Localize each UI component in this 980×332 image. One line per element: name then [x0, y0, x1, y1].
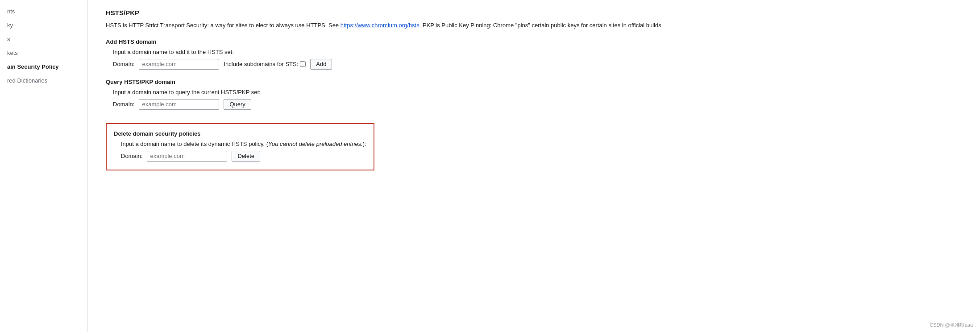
- query-hsts-description: Input a domain name to query the current…: [106, 89, 962, 95]
- query-button[interactable]: Query: [224, 99, 251, 110]
- delete-policy-input-row: Domain: Delete: [114, 151, 366, 162]
- page-title: HSTS/PKP: [106, 9, 962, 17]
- include-subdomains-checkbox[interactable]: [300, 61, 306, 67]
- query-hsts-input-row: Domain: Query: [106, 99, 962, 110]
- sidebar-item-domain-security-policy[interactable]: ain Security Policy: [0, 60, 87, 74]
- add-domain-input[interactable]: [139, 59, 219, 70]
- sidebar-item-nts[interactable]: nts: [0, 4, 87, 18]
- delete-policy-description: Input a domain name to delete its dynami…: [114, 141, 366, 147]
- delete-policy-section: Delete domain security policies Input a …: [106, 123, 374, 170]
- delete-policy-title: Delete domain security policies: [114, 130, 366, 137]
- query-domain-label: Domain:: [113, 101, 134, 108]
- sidebar: nts ky s kets ain Security Policy red Di…: [0, 0, 88, 332]
- include-subdomains-label: Include subdomains for STS:: [224, 61, 306, 67]
- sidebar-item-red-dictionaries[interactable]: red Dictionaries: [0, 74, 87, 87]
- query-hsts-title: Query HSTS/PKP domain: [106, 79, 962, 85]
- delete-domain-input[interactable]: [147, 151, 227, 162]
- query-hsts-section: Query HSTS/PKP domain Input a domain nam…: [106, 79, 962, 110]
- sidebar-item-ky[interactable]: ky: [0, 18, 87, 32]
- add-hsts-description: Input a domain name to add it to the HST…: [106, 49, 962, 55]
- add-button[interactable]: Add: [310, 59, 332, 70]
- add-hsts-input-row: Domain: Include subdomains for STS: Add: [106, 59, 962, 70]
- sidebar-item-kets[interactable]: kets: [0, 46, 87, 60]
- query-domain-input[interactable]: [139, 99, 219, 110]
- main-content: HSTS/PKP HSTS is HTTP Strict Transport S…: [88, 0, 980, 332]
- add-domain-label: Domain:: [113, 61, 134, 67]
- add-hsts-section: Add HSTS domain Input a domain name to a…: [106, 38, 962, 70]
- delete-button[interactable]: Delete: [232, 151, 260, 162]
- add-hsts-title: Add HSTS domain: [106, 38, 962, 45]
- sidebar-item-s[interactable]: s: [0, 32, 87, 46]
- chromium-link[interactable]: https://www.chromium.org/hsts: [341, 22, 419, 29]
- hsts-description: HSTS is HTTP Strict Transport Security: …: [106, 21, 962, 30]
- footer-label: CSDN @名准取aaa: [930, 322, 973, 328]
- delete-domain-label: Domain:: [121, 153, 142, 159]
